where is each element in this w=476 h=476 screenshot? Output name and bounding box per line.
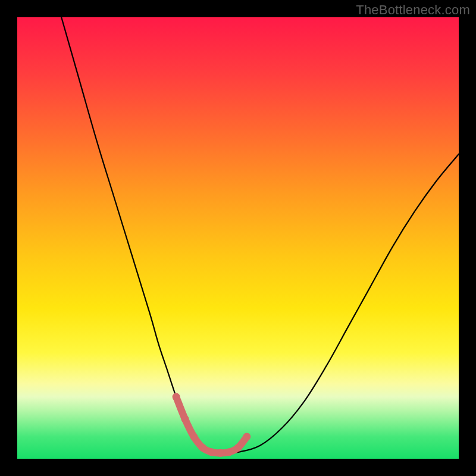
highlight-dot <box>208 448 215 456</box>
curve-layer <box>17 17 459 459</box>
highlight-dot <box>226 448 233 456</box>
highlight-dot <box>181 415 189 423</box>
highlight-dot <box>199 444 206 452</box>
highlight-dot <box>217 449 224 457</box>
plot-area <box>17 17 459 459</box>
highlight-dot <box>173 393 180 401</box>
bottleneck-curve <box>61 17 459 453</box>
highlight-dot <box>234 444 242 452</box>
highlight-region <box>173 393 251 457</box>
watermark-text: TheBottleneck.com <box>356 2 470 18</box>
chart-frame: TheBottleneck.com <box>0 0 476 476</box>
highlight-dot <box>190 433 198 440</box>
highlight-dot <box>243 433 250 440</box>
